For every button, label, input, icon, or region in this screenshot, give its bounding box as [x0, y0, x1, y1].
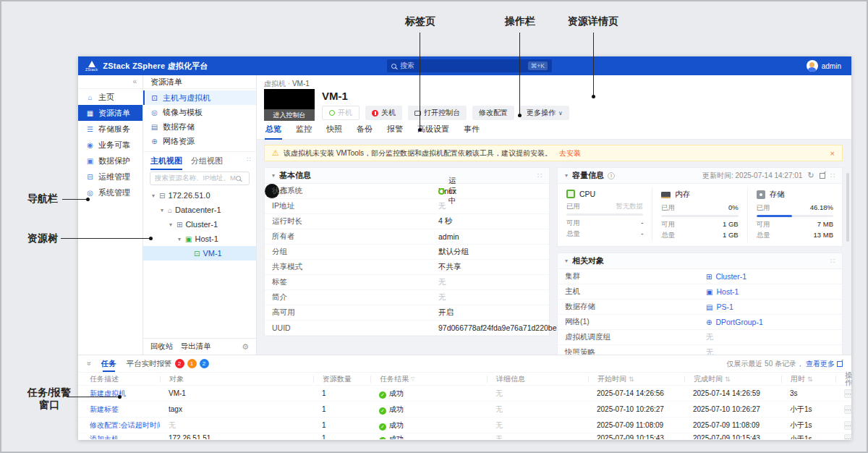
- filter-icon[interactable]: ▽: [411, 376, 414, 383]
- drag-handle-icon[interactable]: ∷: [830, 172, 835, 179]
- col-object: 对象: [160, 376, 313, 383]
- sort-icon[interactable]: ⇅: [807, 376, 813, 383]
- annotation-resource-tree: 资源树: [27, 232, 58, 245]
- sidebar-top: «: [78, 75, 142, 89]
- resource-type-item[interactable]: ▤ 数据存储: [143, 119, 256, 134]
- tree-node-label: Datacenter-1: [175, 206, 221, 214]
- detail-tab[interactable]: 报警: [386, 122, 404, 138]
- info-row: 运行时长 4 秒: [265, 214, 549, 229]
- enter-console-button[interactable]: 进入控制台: [264, 109, 315, 121]
- global-search-input[interactable]: 搜索 ⌘+K: [387, 59, 552, 72]
- tree-node-vcenter[interactable]: ▾ ⊟ 172.26.51.0: [143, 188, 256, 203]
- task-detail: 无: [487, 389, 588, 399]
- tab-platform-alarms[interactable]: 平台实时报警 2 1 2: [127, 355, 209, 372]
- console-thumbnail[interactable]: 进入控制台: [264, 89, 315, 121]
- breadcrumb-parent[interactable]: 虚拟机: [264, 80, 286, 88]
- sort-icon[interactable]: ⇅: [629, 376, 634, 383]
- more-operations-button[interactable]: 更多操作 ∨: [520, 106, 569, 120]
- related-value[interactable]: DPortGroup-1: [715, 318, 762, 326]
- task-desc-link[interactable]: 修改配置:会话超时时间: [78, 420, 160, 431]
- tree-node-label: Cluster-1: [185, 220, 218, 229]
- power-off-button[interactable]: 关机: [365, 106, 402, 120]
- caret-down-icon[interactable]: ▾: [150, 192, 156, 199]
- detail-tab[interactable]: 快照: [326, 122, 343, 138]
- related-value[interactable]: Host-1: [716, 287, 739, 296]
- gear-icon[interactable]: ⚙: [242, 342, 249, 352]
- sidebar-item-icon: ▣: [86, 157, 94, 165]
- resource-type-icon: ▤: [150, 123, 158, 131]
- resource-type-item[interactable]: ⊕ 网络资源: [143, 134, 256, 148]
- detail-tab[interactable]: 监控: [295, 122, 312, 138]
- detail-tab[interactable]: 总览: [265, 122, 282, 140]
- more-actions-button[interactable]: [844, 434, 851, 439]
- task-start-time: 2025-07-10 10:26:27: [588, 405, 684, 413]
- annotation-dot-tab-page: [418, 128, 422, 132]
- detail-tab[interactable]: 事件: [463, 122, 480, 138]
- sidebar-item[interactable]: ▣ 数据保护: [78, 153, 142, 169]
- install-link[interactable]: 去安装: [559, 148, 581, 158]
- caret-down-icon[interactable]: ▾: [176, 236, 182, 242]
- open-in-new-icon[interactable]: [837, 361, 843, 367]
- tree-node-cluster[interactable]: ▾ ⊞ Cluster-1: [143, 217, 256, 232]
- more-actions-button[interactable]: [844, 421, 851, 430]
- content-scrollbar[interactable]: [846, 173, 849, 242]
- task-alarm-panel: « 任务 平台实时报警 2 1 2 仅展示最近 50 条记录， 查看更多: [78, 355, 851, 440]
- power-on-icon: [329, 110, 335, 116]
- related-value[interactable]: 无: [706, 347, 714, 355]
- panel-caret-icon[interactable]: ▾: [565, 172, 568, 179]
- power-on-button[interactable]: 开机: [322, 106, 359, 120]
- updated-time: 更新时间: 2025-07-14 14:27:01: [702, 171, 802, 181]
- sidebar-item[interactable]: ◉ 业务可靠: [78, 137, 142, 153]
- open-console-button[interactable]: 打开控制台: [408, 106, 467, 120]
- sort-icon[interactable]: ⇅: [725, 376, 731, 383]
- annotation-line-tab-page: [420, 33, 420, 130]
- more-actions-button[interactable]: [844, 389, 851, 398]
- sidebar-item[interactable]: ▦ 资源清单: [78, 105, 142, 121]
- sidebar-item[interactable]: ⊟ 运维管理: [78, 169, 142, 185]
- detail-tab[interactable]: 备份: [356, 122, 373, 138]
- alarm-count-badge: 2: [200, 359, 209, 368]
- tree-node-label: VM-1: [203, 249, 221, 258]
- col-task-desc: 任务描述: [78, 376, 160, 383]
- sidebar-item[interactable]: ⌂ 主页: [78, 89, 142, 105]
- tab-tasks[interactable]: 任务: [101, 355, 116, 372]
- related-value[interactable]: Cluster-1: [715, 272, 746, 281]
- related-value[interactable]: PS-1: [716, 302, 733, 311]
- task-desc-link[interactable]: 新建标签: [78, 405, 160, 415]
- caret-down-icon[interactable]: ▾: [168, 221, 174, 228]
- panel-title: 相关对象: [572, 255, 604, 266]
- recycle-bin-link[interactable]: 回收站: [150, 342, 174, 352]
- collapse-panel-icon[interactable]: «: [85, 362, 93, 366]
- modify-config-button[interactable]: 修改配置: [472, 106, 514, 120]
- sidebar-item-label: 数据保护: [98, 156, 130, 166]
- refresh-icon[interactable]: ↻: [807, 171, 814, 180]
- sidebar-item-icon: ☰: [86, 125, 94, 133]
- tree-node-label: Host-1: [195, 234, 218, 243]
- related-value[interactable]: 无: [706, 332, 714, 342]
- export-list-link[interactable]: 导出清单: [181, 342, 211, 352]
- caret-down-icon[interactable]: ▾: [159, 207, 165, 213]
- sidebar-item[interactable]: ☰ 存储服务: [78, 121, 142, 137]
- resource-type-item[interactable]: ⊡ 主机与虚拟机: [143, 90, 256, 105]
- more-actions-button[interactable]: [844, 405, 851, 414]
- tree-node-host[interactable]: ▾ ▣ Host-1: [143, 232, 256, 246]
- panel-caret-icon[interactable]: ▾: [565, 258, 568, 264]
- collapse-sidebar-icon[interactable]: «: [132, 77, 137, 85]
- open-in-new-icon[interactable]: [820, 173, 825, 179]
- view-more-link[interactable]: 查看更多: [806, 359, 835, 369]
- view-settings-icon[interactable]: ∷: [247, 156, 250, 163]
- close-icon[interactable]: ×: [830, 149, 835, 158]
- task-end-time: 2025-07-14 14:26:59: [684, 389, 781, 397]
- tree-search-input[interactable]: 搜索资源名称、IP地址、MA...: [150, 172, 250, 185]
- user-menu[interactable]: admin: [807, 60, 841, 72]
- panel-caret-icon[interactable]: ▾: [272, 172, 275, 179]
- view-tab[interactable]: 分组视图: [191, 156, 223, 169]
- drag-handle-icon[interactable]: ∷: [830, 257, 835, 265]
- drag-handle-icon[interactable]: ∷: [537, 172, 542, 179]
- view-tab[interactable]: 主机视图: [150, 156, 182, 170]
- tree-node-datacenter[interactable]: ▾ ⌂ Datacenter-1: [143, 203, 256, 217]
- info-value: 默认分组: [438, 247, 469, 257]
- task-desc-link[interactable]: 添加主机: [78, 433, 160, 439]
- resource-type-item[interactable]: ◎ 镜像与模板: [143, 105, 256, 119]
- tree-node-vm[interactable]: ⊡ VM-1: [143, 246, 256, 261]
